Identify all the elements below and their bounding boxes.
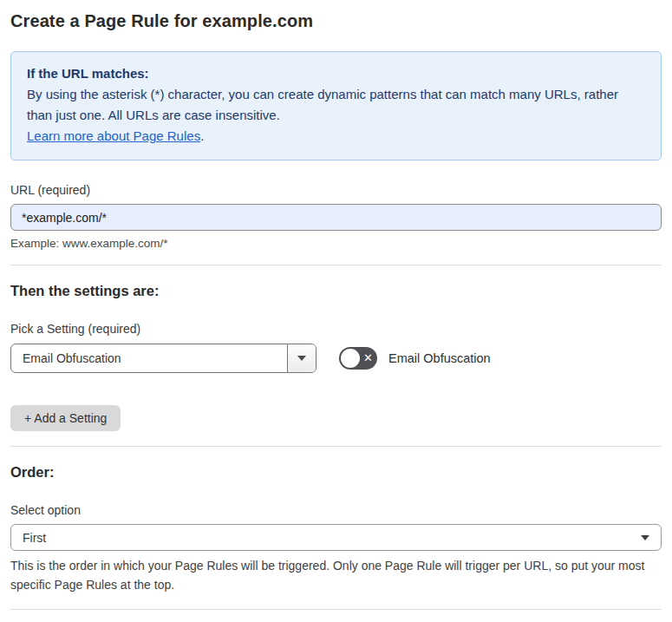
toggle-x-icon: ✕ [363, 352, 373, 363]
setting-select[interactable]: Email Obfuscation [10, 344, 316, 373]
info-box-link-row: Learn more about Page Rules. [27, 126, 645, 147]
page-title: Create a Page Rule for example.com [10, 11, 662, 31]
order-select-label: Select option [10, 503, 662, 517]
order-section-heading: Order: [10, 464, 662, 481]
add-setting-button[interactable]: + Add a Setting [10, 405, 121, 431]
divider [10, 265, 662, 265]
url-match-info-box: If the URL matches: By using the asteris… [10, 51, 662, 160]
settings-section-heading: Then the settings are: [10, 283, 662, 299]
info-box-heading: If the URL matches: [27, 63, 645, 84]
info-box-body: By using the asterisk (*) character, you… [27, 84, 645, 126]
link-period: . [200, 128, 204, 143]
toggle-knob [341, 349, 360, 368]
url-input[interactable] [10, 204, 662, 231]
setting-select-value: Email Obfuscation [11, 351, 121, 365]
url-label: URL (required) [10, 183, 662, 197]
order-select[interactable]: First [10, 524, 662, 551]
pick-setting-label: Pick a Setting (required) [10, 322, 662, 336]
learn-more-link[interactable]: Learn more about Page Rules [27, 128, 200, 143]
email-obfuscation-toggle[interactable]: ✕ [339, 347, 377, 370]
chevron-down-icon [641, 535, 649, 540]
url-example-helper: Example: www.example.com/* [10, 237, 662, 250]
divider [10, 609, 662, 610]
order-select-value: First [11, 531, 46, 545]
toggle-label: Email Obfuscation [388, 351, 491, 365]
chevron-down-icon [287, 344, 316, 372]
order-helper-text: This is the order in which your Page Rul… [10, 556, 662, 594]
divider [10, 446, 662, 447]
create-page-rule-form: Create a Page Rule for example.com If th… [0, 0, 672, 622]
setting-row: Email Obfuscation ✕ Email Obfuscation [10, 344, 662, 373]
